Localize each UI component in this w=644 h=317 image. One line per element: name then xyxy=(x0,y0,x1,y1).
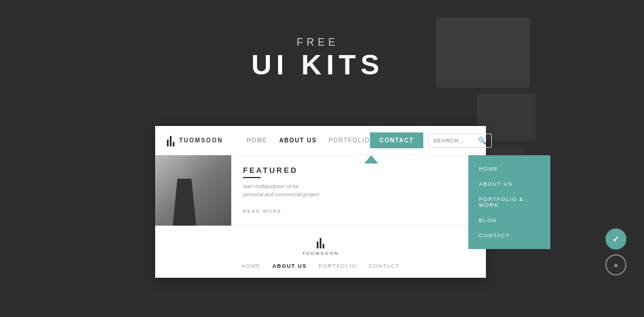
logo-name: TUOMSOON xyxy=(179,137,223,144)
logo-bar-1 xyxy=(167,139,169,146)
footer-bar-2 xyxy=(320,238,321,248)
footer-nav-home[interactable]: HOME xyxy=(241,263,261,269)
featured-label: FEATURED xyxy=(243,166,319,175)
featured-divider xyxy=(243,177,261,178)
navbar: TUOMSOON HOME ABOUT US PORTFOLIO CONTACT… xyxy=(155,126,486,155)
search-icon[interactable]: 🔍 xyxy=(478,137,487,145)
dropdown-item-contact[interactable]: CONTACT xyxy=(468,228,550,243)
dropdown-item-blog[interactable]: BLOG xyxy=(468,213,550,228)
search-box[interactable]: 🔍 xyxy=(428,134,492,148)
search-input[interactable] xyxy=(433,138,474,144)
featured-section: FEATURED lean multipurpose UI for person… xyxy=(155,155,486,226)
card-footer: TUOMSOON HOME ABOUT US PORTFOLIO CONTACT xyxy=(155,226,486,278)
check-circle-icon[interactable]: ✓ xyxy=(605,229,626,250)
footer-bar-1 xyxy=(317,241,318,248)
nav-about-us[interactable]: ABOUT US xyxy=(279,137,317,144)
logo-bar-3 xyxy=(173,142,174,146)
footer-nav-portfolio[interactable]: PORTFOLIO xyxy=(318,263,357,269)
footer-nav: HOME ABOUT US PORTFOLIO CONTACT xyxy=(229,263,412,269)
dropdown-item-about[interactable]: ABOUT US xyxy=(468,176,550,192)
dropdown-item-home[interactable]: HOME xyxy=(468,161,550,176)
featured-desc-line2: personal and commercial project xyxy=(243,192,319,197)
nav-home[interactable]: HOME xyxy=(246,137,268,144)
footer-nav-about[interactable]: ABOUT US xyxy=(272,263,307,269)
user-symbol: ● xyxy=(614,260,618,270)
nav-portfolio[interactable]: PORTFOLIO xyxy=(328,137,370,144)
right-icons: ✓ ● xyxy=(605,229,626,275)
logo-area: TUOMSOON xyxy=(167,135,223,146)
dropdown-arrow xyxy=(364,155,378,163)
featured-desc-line1: lean multipurpose UI for xyxy=(243,183,299,189)
footer-bar-3 xyxy=(323,244,324,248)
check-symbol: ✓ xyxy=(612,234,619,244)
footer-nav-contact[interactable]: CONTACT xyxy=(369,263,400,269)
hero-section: FREE UI KITS xyxy=(97,0,539,117)
featured-content: FEATURED lean multipurpose UI for person… xyxy=(231,155,331,226)
nav-contact[interactable]: CONTACT xyxy=(370,132,423,148)
logo-icon xyxy=(167,135,174,146)
read-more-link[interactable]: READ MORE xyxy=(243,209,282,214)
user-circle-icon[interactable]: ● xyxy=(605,254,626,275)
hero-title: UI KITS xyxy=(251,49,384,81)
featured-image xyxy=(155,155,231,226)
dropdown-menu: HOME ABOUT US PORTFOLIO & WORK BLOG CONT… xyxy=(468,155,550,249)
footer-logo-icon xyxy=(317,237,324,248)
main-card: TUOMSOON HOME ABOUT US PORTFOLIO CONTACT… xyxy=(155,126,486,278)
footer-logo-area: TUOMSOON xyxy=(302,237,339,256)
logo-bar-2 xyxy=(170,136,172,146)
featured-description: lean multipurpose UI for personal and co… xyxy=(243,183,319,199)
nav-links: HOME ABOUT US PORTFOLIO xyxy=(246,137,370,144)
hero-free-label: FREE xyxy=(296,36,338,49)
dropdown-item-portfolio[interactable]: PORTFOLIO & WORK xyxy=(468,192,550,213)
footer-logo-name: TUOMSOON xyxy=(302,251,339,256)
